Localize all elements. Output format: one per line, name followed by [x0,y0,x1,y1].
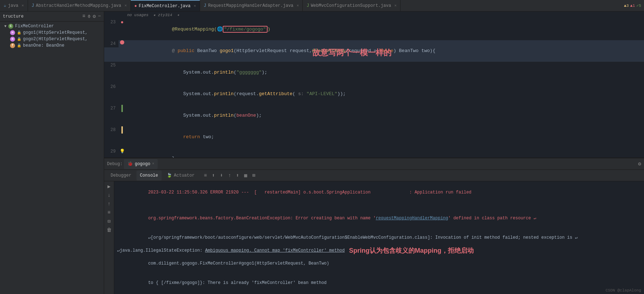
tab-adapter-close[interactable]: × [297,4,299,8]
line-num-25: 25 [104,62,119,69]
down-arrow-icon[interactable]: ↓ [107,192,110,198]
adapter-icon: J [204,3,206,8]
code-line-24: 24 @ public BeanTwo gogo1(HttpServletReq… [104,40,644,62]
minus-box-icon[interactable]: ⊟ [107,218,110,224]
two-28: two; [203,134,214,140]
delete-icon[interactable]: 🗑 [107,227,112,233]
debug-gogogo-tab[interactable]: 🐞 gogogo × [124,159,158,169]
bean-link[interactable]: requestMappingHandlerMapping [376,216,448,221]
funcname-24: gogo1 [219,48,233,53]
warn-red: ▲1 [630,4,635,8]
warn-triangle: ▲3 [624,4,629,8]
rest-24: ) BeanTwo two){ [393,48,435,53]
code-line-25: 25 System.out.println("ggggggg"); [104,62,644,83]
fixme-icon: ● [134,4,137,9]
s-label-26: s: [298,91,306,97]
download-btn[interactable]: ⬇ [218,172,224,179]
editor-area: no usages ★ zty314 ✦ 23 ● @RequestMappin… [104,11,644,294]
class-icon: C [8,24,13,29]
bottom-tab-bar: Debug: 🐞 gogogo × ⚙ [104,158,644,170]
console-tab-bar: Debugger Console 🍃 Actuator ≡ ⬆ ⬇ ↑ ⬆ ▦ [104,170,644,181]
lock-icon-gogo1: 🔒 [17,31,21,35]
tab-console[interactable]: Console [136,171,162,181]
up2-btn[interactable]: ⬆ [235,172,240,179]
tab-fixme[interactable]: ● FixMeController.java × [131,0,200,11]
sort-icon[interactable]: ≡ [82,13,85,19]
beantype-24: BeanTwo [197,48,219,53]
method-icon-gogo1: m [10,30,15,35]
gear-icon-right[interactable]: ⚙ [638,161,641,167]
tab-webmvc-close[interactable]: × [394,4,397,8]
tab-java-label: java [8,3,18,8]
sidebar-header: tructure ≡ ≑ ⚙ − [0,11,104,22]
line-code-23: @RequestMapping(🌐"/fixme/gogogo") [126,19,644,40]
console-content: 2023-03-22 11:25:50.326 ERROR 21920 --- … [114,181,644,294]
debug-dot-24 [120,40,124,45]
play-icon[interactable]: ▶ [107,183,110,190]
up-arrow-icon[interactable]: ↑ [107,201,110,207]
bottom-panel-body: ▶ ↓ ↑ ≡ ⊟ 🗑 2023-03-22 11:25:50.326 ERRO… [104,181,644,294]
tab-adapter-label: RequestMappingHandlerAdapter.java [208,3,293,8]
sidebar-item-gogo2[interactable]: m 🔒 gogo2(HttpServletRequest, [0,36,104,42]
list-icon[interactable]: ≡ [107,210,110,215]
sys-25: System [161,70,200,75]
sidebar-item-gogo1[interactable]: m 🔒 gogo1(HttpServletRequest, [0,29,104,36]
sys-26: System [161,91,200,97]
bulb-icon-29[interactable]: 💡 [120,148,125,155]
tab-actuator[interactable]: 🍃 Actuator [163,171,198,181]
out-25: out [203,70,211,75]
lock-icon-beanone: 🔒 [17,43,21,48]
line-code-29: } [126,148,644,158]
line-code-26: System.out.println(request.getAttribute(… [126,83,644,105]
debug-label: Debug: [107,162,122,167]
chinese-spring-annotation: Spring认为包含歧义的Mapping，拒绝启动 [345,247,478,254]
tab-abstract-close[interactable]: × [125,4,127,8]
tab-abstract-handler[interactable]: J AbstractHandlerMethodMapping.java × [28,0,131,11]
gogogo-label: gogogo [135,162,150,167]
settings-icon[interactable]: ⚙ [93,13,96,19]
line-num-23: 23 [104,19,119,26]
cp-27: ); [256,113,262,118]
fixme-label: FixMeController [15,24,54,29]
line-num-27: 27 [104,105,119,112]
tab-debugger[interactable]: Debugger [107,171,135,181]
tab-webmvc[interactable]: J WebMvcConfigurationSupport.java × [303,0,400,11]
grid2-btn[interactable]: ⊞ [251,172,256,179]
line-code-nousages1: no usages ★ zty314 ✦ [126,11,644,19]
sidebar-item-fixme-controller[interactable]: ▼ C FixMeController [0,23,104,29]
code-editor[interactable]: no usages ★ zty314 ✦ 23 ● @RequestMappin… [104,11,644,158]
line-gutter-24 [119,40,126,45]
tab-java[interactable]: ☕ java × [0,0,28,11]
line-num-28: 28 [104,126,119,134]
tab-fixme-close[interactable]: × [194,4,196,8]
return-28: return [161,134,203,140]
up-btn[interactable]: ↑ [227,172,232,179]
dot-25: . [200,70,203,75]
brace-29: } [161,156,175,158]
line-num-26: 26 [104,83,119,90]
scroll-end-btn[interactable]: ⬆ [210,172,216,179]
warn-green: ✓5 [636,3,641,8]
tab-java-close[interactable]: × [22,4,24,8]
field-icon: f [10,43,15,48]
minimize-icon[interactable]: − [98,13,101,19]
sidebar-item-beanone[interactable]: f 🔒 beanOne: BeanOne [0,42,104,49]
cp2-26: )); [337,91,346,97]
code-line-29: 29 💡 } [104,148,644,158]
debug-tab-close[interactable]: × [152,162,154,166]
dot-26: .out. [200,91,214,97]
line-num-29: 29 [104,148,119,155]
getattr-26: getAttribute [259,91,293,97]
console-error-bean: org.springframework.beans.factory.BeanCr… [117,209,641,228]
reqbody2-24: (required = [346,48,380,53]
grid-btn[interactable]: ▦ [243,172,249,179]
gogo1-label: gogo1(HttpServletRequest, [23,30,88,35]
println-26: println [214,91,234,97]
code-line-27: 27 System.out.println(beanOne); [104,105,644,126]
cparen-25: ); [262,70,268,75]
leaf-icon: 🍃 [167,173,172,178]
tab-request-adapter[interactable]: J RequestMappingHandlerAdapter.java × [200,0,303,11]
str-25: "ggggggg" [236,70,261,75]
menu-btn[interactable]: ≡ [203,172,208,179]
align-icon[interactable]: ≑ [88,13,91,19]
